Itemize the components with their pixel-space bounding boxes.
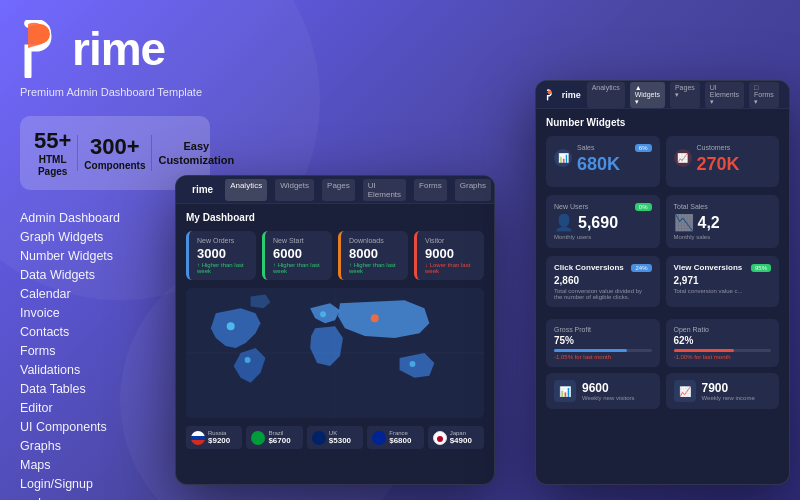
left-mockup-nav: Analytics Widgets Pages UI Elements Form… [225,179,491,201]
left-nav-forms[interactable]: Forms [414,179,447,201]
weekly-income-widget: 📈 7900 Weekly new income [666,373,780,409]
sales-badge: 6% [635,144,652,152]
left-dashboard-mockup: rime Analytics Widgets Pages UI Elements… [175,175,495,485]
visitor-info: 9600 Weekly new visitors [582,381,635,401]
brand-subtitle: Premium Admin Dashboard Template [20,86,210,98]
left-mockup-brand: rime [192,184,213,195]
gross-profit-label: Gross Profit [554,326,652,333]
left-mockup-header: rime Analytics Widgets Pages UI Elements… [176,176,494,204]
flag-brazil: Brazil $6700 [246,426,302,449]
stat-visitor-change: ↓ Lower than last week [425,262,476,274]
stat-visitor: Visitor 9000 ↓ Lower than last week [414,231,484,280]
stat-new-orders-label: New Orders [197,237,248,244]
feature-sep-1 [77,135,78,171]
stat-new-orders-value: 3000 [197,246,248,261]
france-info: France $6800 [389,430,418,445]
left-nav-widgets[interactable]: Widgets [275,179,314,201]
left-stats-row: New Orders 3000 ↑ Higher than last week … [186,231,484,280]
total-sales-widget: Total Sales 📉 4,2 Monthly sales [666,195,780,248]
nav-item-more[interactable]: and more... [20,493,210,500]
world-map-svg [186,288,484,418]
stat-new-orders: New Orders 3000 ↑ Higher than last week [186,231,256,280]
components-count: 300+ [84,134,145,160]
new-users-widget: New Users 👤 5,690 Monthly users 0% [546,195,660,248]
left-nav-ui[interactable]: UI Elements [363,179,406,201]
france-flag [372,431,386,445]
right-nav-forms[interactable]: □ Forms ▾ [749,82,779,108]
logo-area: rime [20,20,210,78]
feature-pages: 55+ HTML Pages [34,128,71,178]
right-dashboard-mockup: rime Analytics ▲ Widgets ▾ Pages ▾ UI El… [535,80,790,485]
conversions-row: Click Conversions 24% 2,860 Total conver… [546,256,779,313]
view-conv-widget: View Conversions 95% 2,971 Total convers… [666,256,780,307]
brand-name-suffix: rime [72,26,165,72]
open-ratio-bar [674,349,772,352]
left-nav-analytics[interactable]: Analytics [225,179,267,201]
weekly-visitors-value: 9600 [582,381,635,395]
feature-easy: EasyCustomization [158,139,234,168]
right-nav-ui[interactable]: UI Elements ▾ [705,82,744,108]
sales-customers-row: 📊 Sales 680K 6% 📈 Customers 270K [546,136,779,187]
new-users-value: 5,690 [578,214,618,232]
japan-flag [433,431,447,445]
svg-point-6 [371,314,379,322]
brazil-flag [251,431,265,445]
right-nav-pages[interactable]: Pages ▾ [670,82,700,108]
logo-icon [20,20,72,78]
svg-point-4 [245,357,251,363]
weekly-visitors-label: Weekly new visitors [582,395,635,401]
total-sales-label: Total Sales [674,203,772,210]
left-nav-graphs[interactable]: Graphs [455,179,491,201]
visitor-icon: 📊 [554,380,576,402]
open-ratio-widget: Open Ratio 62% -1.00% for last month [666,319,780,367]
feature-components: 300+ Components [84,134,145,172]
customers-widget: 📈 Customers 270K [666,136,780,187]
weekly-row: 📊 9600 Weekly new visitors 📈 7900 Weekly… [546,373,779,409]
france-amount: $6800 [389,436,418,445]
stat-downloads: Downloads 8000 ↑ Higher than last week [338,231,408,280]
view-conv-header: View Conversions 95% [674,263,772,272]
gross-profit-widget: Gross Profit 75% -1.05% for last month [546,319,660,367]
svg-point-3 [227,322,235,330]
income-info: 7900 Weekly new income [702,381,755,401]
right-nav-analytics[interactable]: Analytics [587,82,625,108]
uk-flag [312,431,326,445]
stat-visitor-value: 9000 [425,246,476,261]
uk-amount: $5300 [329,436,358,445]
view-conv-title: View Conversions [674,263,743,272]
profit-ratio-row: Gross Profit 75% -1.05% for last month O… [546,319,779,367]
stat-new-start-change: ↑ Higher than last week [273,262,324,274]
customers-icon: 📈 [674,149,692,167]
right-mockup-header: rime Analytics ▲ Widgets ▾ Pages ▾ UI El… [536,81,789,109]
japan-amount: $4900 [450,436,479,445]
flag-france: France $6800 [367,426,423,449]
flag-russia: Russia $9200 [186,426,242,449]
sales-label: Sales [577,144,620,151]
flag-uk: UK $5300 [307,426,363,449]
japan-info: Japan $4900 [450,430,479,445]
stat-downloads-value: 8000 [349,246,400,261]
new-users-badge: 0% [635,203,652,211]
income-icon: 📈 [674,380,696,402]
right-mockup-body: Number Widgets 📊 Sales 680K 6% 📈 Custome… [536,109,789,417]
right-nav-widgets[interactable]: ▲ Widgets ▾ [630,82,665,108]
svg-point-10 [548,90,552,94]
stat-new-start-value: 6000 [273,246,324,261]
left-nav-pages[interactable]: Pages [322,179,355,201]
stat-visitor-label: Visitor [425,237,476,244]
sales-value: 680K [577,154,620,175]
stat-new-start-label: New Start [273,237,324,244]
stat-new-orders-change: ↑ Higher than last week [197,262,248,274]
weekly-visitors-widget: 📊 9600 Weekly new visitors [546,373,660,409]
open-ratio-change: -1.00% for last month [674,354,772,360]
svg-point-5 [320,311,326,317]
russia-flag [191,431,205,445]
world-map [186,288,484,418]
total-sales-sublabel: Monthly sales [674,234,772,240]
open-ratio-label: Open Ratio [674,326,772,333]
flags-row: Russia $9200 Brazil $6700 UK $5300 [186,426,484,449]
russia-amount: $9200 [208,436,237,445]
sales-widget: 📊 Sales 680K 6% [546,136,660,187]
pages-count: 55+ [34,128,71,154]
view-conv-badge: 95% [751,264,771,272]
